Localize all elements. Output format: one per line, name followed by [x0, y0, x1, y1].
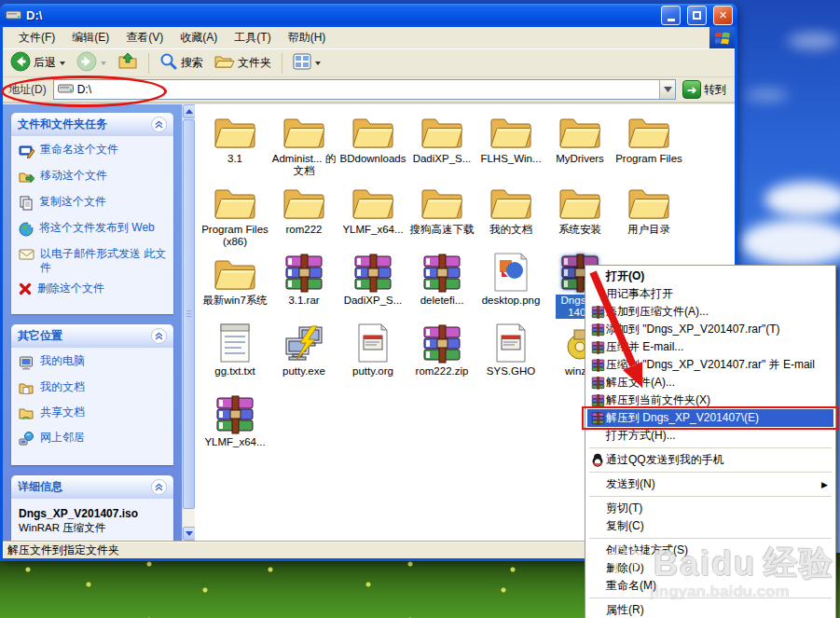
- up-button[interactable]: [114, 50, 142, 76]
- menubar-item-1[interactable]: 编辑(E): [63, 27, 117, 48]
- context-menu-item-18[interactable]: 创建快捷方式(S): [587, 542, 833, 559]
- menu-item-label: 删除(D): [606, 560, 644, 576]
- task-link[interactable]: 移动这个文件: [19, 169, 168, 188]
- minimize-button[interactable]: [661, 6, 681, 25]
- context-menu-item-19[interactable]: 删除(D): [587, 559, 833, 577]
- file-item[interactable]: desktop.png: [476, 250, 545, 307]
- file-item[interactable]: rom222: [269, 179, 338, 236]
- scrollbar-thumb[interactable]: [183, 119, 195, 509]
- file-item[interactable]: putty.exe: [269, 321, 338, 378]
- maximize-button[interactable]: [687, 6, 707, 25]
- file-item[interactable]: putty.org: [338, 321, 407, 378]
- folder-file-icon: [338, 179, 407, 222]
- section-header[interactable]: 其它位置: [11, 324, 173, 348]
- file-item[interactable]: DadiXP_S...: [338, 250, 407, 307]
- menubar-item-4[interactable]: 工具(T): [226, 27, 279, 48]
- collapse-button[interactable]: [151, 479, 167, 495]
- menubar-item-2[interactable]: 查看(V): [117, 27, 172, 48]
- task-link[interactable]: 以电子邮件形式发送 此文件: [19, 247, 168, 275]
- menubar-item-3[interactable]: 收藏(A): [172, 27, 226, 48]
- file-item[interactable]: DadiXP_S...: [407, 108, 476, 165]
- context-menu-item-15[interactable]: 剪切(T): [587, 500, 833, 517]
- file-label: YLMF_x64...: [338, 224, 407, 236]
- context-menu-item-13[interactable]: 发送到(N)▶: [587, 475, 833, 493]
- scroll-down-button[interactable]: [183, 527, 196, 541]
- collapse-button[interactable]: [151, 117, 167, 132]
- menubar-item-5[interactable]: 帮助(H): [280, 27, 335, 48]
- back-dropdown-icon[interactable]: [60, 62, 65, 65]
- forward-dropdown-icon[interactable]: [101, 62, 106, 65]
- task-link[interactable]: 共享文档: [19, 405, 168, 424]
- file-item[interactable]: Program Files (x86): [200, 179, 269, 248]
- folder-file-icon: [200, 108, 269, 151]
- task-label: 我的电脑: [40, 354, 85, 368]
- go-button[interactable]: ➜ 转到: [681, 79, 731, 100]
- section-header[interactable]: 文件和文件夹任务: [11, 113, 173, 136]
- file-label: SYS.GHO: [476, 365, 545, 378]
- context-menu-item-4[interactable]: 压缩并 E-mail...: [587, 338, 833, 356]
- context-menu-item-22[interactable]: 属性(R): [587, 601, 833, 618]
- context-menu-item-20[interactable]: 重命名(M): [587, 577, 833, 595]
- task-link[interactable]: 重命名这个文件: [19, 143, 168, 162]
- qq-icon: [589, 453, 606, 467]
- context-menu-item-2[interactable]: 添加到压缩文件(A)...: [587, 303, 833, 321]
- file-item[interactable]: 系统安装: [545, 179, 614, 236]
- title-bar[interactable]: D:\ ✕: [0, 4, 737, 27]
- cloud: [764, 182, 840, 217]
- views-dropdown-icon[interactable]: [315, 62, 321, 65]
- file-item[interactable]: rom222.zip: [407, 321, 476, 378]
- search-label: 搜索: [181, 55, 203, 71]
- context-menu-item-0[interactable]: 打开(O): [587, 268, 833, 285]
- forward-button[interactable]: [73, 49, 110, 76]
- scroll-up-button[interactable]: [183, 104, 196, 118]
- file-item[interactable]: 最新win7系统: [200, 250, 269, 307]
- task-link[interactable]: 将这个文件发布到 Web: [19, 221, 168, 240]
- file-item[interactable]: deletefi...: [407, 250, 476, 307]
- context-menu-item-16[interactable]: 复制(C): [587, 517, 833, 535]
- file-item[interactable]: 3.1.rar: [269, 250, 338, 307]
- file-label: DadiXP_S...: [338, 295, 407, 307]
- file-item[interactable]: 搜狗高速下载: [407, 179, 476, 236]
- file-item[interactable]: gg.txt.txt: [200, 321, 269, 378]
- file-item[interactable]: SYS.GHO: [476, 321, 545, 378]
- folders-button[interactable]: 文件夹: [211, 50, 275, 76]
- file-item[interactable]: 3.1: [200, 108, 269, 165]
- file-item[interactable]: FLHS_Win...: [476, 108, 545, 165]
- context-menu-item-5[interactable]: 压缩到 "Dngs_XP_V201407.rar" 并 E-mail: [587, 356, 833, 374]
- menubar-item-0[interactable]: 文件(F): [10, 27, 63, 48]
- task-label: 共享文档: [40, 405, 85, 419]
- context-menu-item-3[interactable]: 添加到 "Dngs_XP_V201407.rar"(T): [587, 321, 833, 338]
- folder-file-icon: [476, 179, 545, 222]
- file-item[interactable]: YLMF_x64...: [338, 179, 407, 236]
- context-menu-item-6[interactable]: 解压文件(A)...: [587, 374, 833, 391]
- file-item[interactable]: 用户目录: [614, 179, 683, 236]
- views-button[interactable]: [289, 51, 324, 75]
- toolbar: 后退 搜索: [3, 49, 735, 77]
- task-link[interactable]: 我的文档: [19, 380, 168, 399]
- file-item[interactable]: 我的文档: [476, 179, 545, 236]
- move-icon: [19, 170, 34, 188]
- section-header[interactable]: 详细信息: [11, 475, 173, 499]
- file-item[interactable]: BDdownloads: [338, 108, 407, 165]
- task-link[interactable]: 我的电脑: [19, 354, 168, 374]
- annotation-ellipse: [1, 76, 167, 107]
- task-link[interactable]: 删除这个文件: [19, 282, 168, 299]
- task-link[interactable]: 网上邻居: [19, 431, 168, 450]
- file-item[interactable]: Program Files: [614, 108, 683, 165]
- file-label: desktop.png: [476, 295, 545, 307]
- search-button[interactable]: 搜索: [156, 50, 207, 76]
- file-item[interactable]: Administ... 的文档: [269, 108, 338, 177]
- collapse-button[interactable]: [151, 328, 167, 344]
- taskpane-scrollbar[interactable]: [182, 104, 195, 541]
- task-link[interactable]: 复制这个文件: [19, 195, 168, 214]
- address-dropdown-button[interactable]: [659, 80, 675, 99]
- back-button[interactable]: 后退: [7, 49, 69, 76]
- file-item[interactable]: MyDrivers: [545, 108, 614, 165]
- folder-file-icon: [545, 108, 614, 151]
- file-label: Program Files (x86): [200, 224, 269, 248]
- context-menu-item-11[interactable]: 通过QQ发送到我的手机: [587, 451, 833, 469]
- close-button[interactable]: ✕: [713, 6, 733, 25]
- context-menu-item-1[interactable]: 用记事本打开: [587, 285, 833, 303]
- folder-file-icon: [407, 179, 476, 222]
- file-item[interactable]: YLMF_x64...: [200, 391, 269, 448]
